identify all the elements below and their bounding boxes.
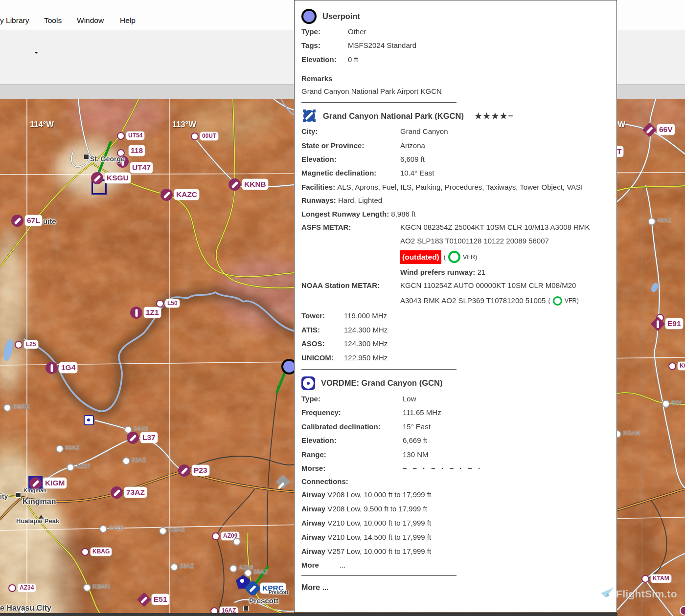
airway-row[interactable]: Airway V208 Low, 9,500 ft to 17,999 ft <box>301 502 611 516</box>
vordme-icon <box>301 376 315 390</box>
watermark-text: FlightSim.to <box>616 588 677 600</box>
vfr-indicator-icon <box>553 296 562 306</box>
asfs-metar-label: ASFS METAR: <box>301 220 400 234</box>
wind-runway-label: Wind prefers runway: <box>400 268 475 276</box>
airport-row: Elevation:6,609 ft <box>301 153 611 166</box>
airport-icon <box>301 108 317 124</box>
vor-row: Calibrated declination:15° East <box>301 420 611 434</box>
userpoint-row: Tags:MSFS2024 Standard <box>301 39 611 52</box>
connections-heading: Connections: <box>301 475 611 488</box>
vfr-label: VFR) <box>463 250 477 264</box>
noaa-metar-line2: A3043 RMK AO2 SLP369 T10781200 51005 <box>400 294 546 308</box>
vor-title[interactable]: VORDME: Grand Canyon (GCN) <box>321 378 442 388</box>
asfs-metar-line2: AO2 SLP183 T01001128 10122 20089 56007 <box>400 234 611 248</box>
airway-row[interactable]: Airway V208 Low, 10,000 ft to 17,999 ft <box>301 488 611 502</box>
userpoint-row: Elevation:0 ft <box>301 53 611 66</box>
vor-row: Frequency:111.65 MHz <box>301 406 611 419</box>
vor-row: Morse:– – · – · – · – · <box>301 462 611 475</box>
more-connections-link[interactable]: More <box>301 558 319 572</box>
frequency-row: ATIS:124.300 MHz <box>301 323 611 337</box>
more-link[interactable]: More ... <box>301 580 611 595</box>
airport-row: State or Province:Arizona <box>301 139 611 153</box>
airway-row[interactable]: Airway V210 Low, 10,000 ft to 17,999 ft <box>301 516 611 530</box>
menu-item-window[interactable]: Window <box>77 16 104 25</box>
menu-item-tools[interactable]: Tools <box>44 16 62 25</box>
menu-item-y-library[interactable]: y Library <box>0 16 29 25</box>
userpoint-title: Userpoint <box>322 12 360 21</box>
vfr-label: VFR) <box>565 294 579 308</box>
airway-row[interactable]: Airway V257 Low, 10,000 ft to 17,999 ft <box>301 545 611 559</box>
userpoint-row: Type:Other <box>301 25 611 39</box>
userpoint-icon <box>301 9 317 24</box>
airport-rating: ★★★★− <box>475 111 514 121</box>
airport-inline-row: Longest Runway Length: 8,986 ft <box>301 207 611 220</box>
remarks-text: Grand Canyon National Park Airport KGCN <box>301 85 611 98</box>
wind-runway-value: 21 <box>477 268 485 276</box>
frequency-row: Tower:119.000 MHz <box>301 309 611 323</box>
vfr-indicator-icon <box>448 251 460 263</box>
noaa-metar-line1: KGCN 110254Z AUTO 00000KT 10SM CLR M08/M… <box>400 279 611 292</box>
frequency-row: ASOS:124.300 MHz <box>301 337 611 351</box>
vor-row: Elevation:6,669 ft <box>301 434 611 447</box>
paper-plane-icon <box>600 587 615 601</box>
globe-dropdown-arrow[interactable] <box>34 52 38 56</box>
remarks-heading: Remarks <box>301 72 611 85</box>
asfs-metar-line1: KGCN 082354Z 25004KT 10SM CLR 10/M13 A30… <box>400 220 611 234</box>
noaa-metar-label: NOAA Station METAR: <box>301 279 400 292</box>
application-window: y LibraryToolsWindowHelp I ▲▼ ICAO RSTR … <box>0 0 685 616</box>
bottom-edge-bar <box>0 613 617 616</box>
frequency-row: UNICOM:122.950 MHz <box>301 351 611 365</box>
info-panel: Userpoint Type:OtherTags:MSFS2024 Standa… <box>294 0 617 613</box>
airport-title[interactable]: Grand Canyon National Park (KGCN) <box>323 111 464 121</box>
airport-row: Magnetic declination:10.4° East <box>301 166 611 180</box>
airport-inline-row: Facilities: ALS, Aprons, Fuel, ILS, Park… <box>301 180 611 194</box>
metar-outdated-badge: (outdated) <box>400 250 441 264</box>
watermark: FlightSim.to <box>600 587 677 601</box>
airway-row[interactable]: Airway V210 Low, 14,500 ft to 17,999 ft <box>301 530 611 545</box>
airport-inline-row: Runways: Hard, Lighted <box>301 194 611 207</box>
menu-item-help[interactable]: Help <box>120 16 136 25</box>
vor-row: Range:130 NM <box>301 448 611 462</box>
vor-row: Type:Low <box>301 392 611 406</box>
airport-row: City:Grand Canyon <box>301 125 611 138</box>
